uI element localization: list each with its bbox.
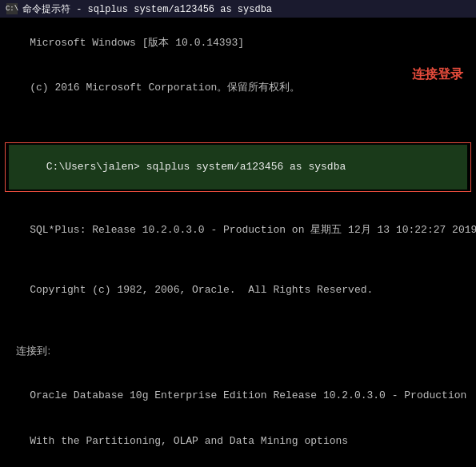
prompt-line: C:\Users\jalen> sqlplus system/a123456 a…	[9, 145, 467, 190]
title-bar: C:\ 命令提示符 - sqlplus system/a123456 as sy…	[0, 0, 476, 18]
sqlplus-ver-line: SQL*Plus: Release 10.2.0.3.0 - Productio…	[5, 208, 471, 253]
prompt-block: C:\Users\jalen> sqlplus system/a123456 a…	[5, 142, 471, 193]
copyright2-line: Copyright (c) 1982, 2006, Oracle. All Ri…	[5, 269, 471, 314]
copyright-line: (c) 2016 Microsoft Corporation。保留所有权利。 连…	[5, 66, 471, 126]
win-version-line: Microsoft Windows [版本 10.0.14393]	[5, 21, 471, 66]
cmd-icon: C:\	[6, 3, 18, 14]
blank	[5, 126, 471, 142]
blank	[5, 193, 471, 208]
blank	[5, 464, 471, 467]
terminal: Microsoft Windows [版本 10.0.14393] (c) 20…	[0, 18, 476, 467]
oracle-opts-line: With the Partitioning, OLAP and Data Min…	[5, 419, 471, 465]
oracle-db-line: Oracle Database 10g Enterprise Edition R…	[5, 373, 471, 419]
connect-label: 连接登录	[412, 65, 463, 83]
blank	[5, 253, 471, 269]
connected-to: 连接到:	[5, 329, 471, 374]
blank	[5, 313, 471, 329]
title-text: 命令提示符 - sqlplus system/a123456 as sysdba	[22, 2, 272, 16]
